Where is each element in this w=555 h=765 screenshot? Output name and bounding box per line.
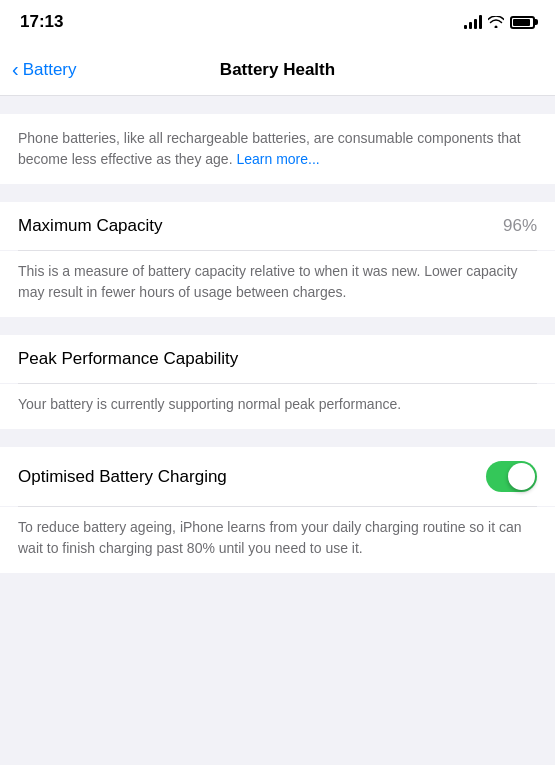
maximum-capacity-row: Maximum Capacity 96%: [0, 202, 555, 250]
toggle-track: [486, 461, 537, 492]
optimised-charging-toggle[interactable]: [486, 461, 537, 492]
optimised-charging-row: Optimised Battery Charging: [0, 447, 555, 506]
section-gap-4: [0, 429, 555, 447]
intro-description: Phone batteries, like all rechargeable b…: [18, 130, 521, 167]
peak-performance-label: Peak Performance Capability: [18, 349, 238, 368]
intro-section: Phone batteries, like all rechargeable b…: [0, 114, 555, 184]
toggle-thumb: [508, 463, 535, 490]
page-title: Battery Health: [220, 60, 335, 80]
back-label: Battery: [23, 60, 77, 80]
optimised-description: To reduce battery ageing, iPhone learns …: [0, 507, 555, 573]
maximum-capacity-label: Maximum Capacity: [18, 216, 163, 236]
wifi-icon: [488, 16, 504, 28]
peak-description: Your battery is currently supporting nor…: [0, 384, 555, 429]
status-bar: 17:13: [0, 0, 555, 44]
signal-icon: [464, 15, 482, 29]
section-gap-2: [0, 184, 555, 202]
back-chevron-icon: ‹: [12, 59, 19, 79]
maximum-capacity-value: 96%: [503, 216, 537, 236]
learn-more-link[interactable]: Learn more...: [236, 151, 319, 167]
back-button[interactable]: ‹ Battery: [12, 60, 77, 80]
nav-header: ‹ Battery Battery Health: [0, 44, 555, 96]
status-icons: [464, 15, 535, 29]
section-gap-3: [0, 317, 555, 335]
status-time: 17:13: [20, 12, 63, 32]
battery-icon: [510, 16, 535, 29]
capacity-description: This is a measure of battery capacity re…: [0, 251, 555, 317]
optimised-charging-label: Optimised Battery Charging: [18, 467, 227, 487]
section-gap-1: [0, 96, 555, 114]
peak-performance-row: Peak Performance Capability: [0, 335, 555, 383]
